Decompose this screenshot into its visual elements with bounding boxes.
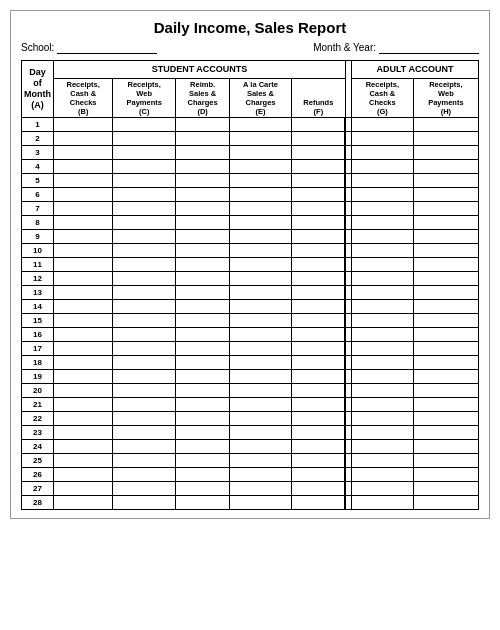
- data-cell[interactable]: [113, 355, 176, 369]
- data-cell[interactable]: [113, 369, 176, 383]
- data-cell[interactable]: [54, 173, 113, 187]
- data-cell[interactable]: [351, 145, 413, 159]
- data-cell[interactable]: [176, 411, 230, 425]
- data-cell[interactable]: [54, 243, 113, 257]
- data-cell[interactable]: [413, 173, 478, 187]
- data-cell[interactable]: [413, 383, 478, 397]
- data-cell[interactable]: [230, 327, 292, 341]
- data-cell[interactable]: [230, 145, 292, 159]
- data-cell[interactable]: [54, 495, 113, 509]
- data-cell[interactable]: [176, 369, 230, 383]
- month-year-input[interactable]: [379, 42, 479, 54]
- data-cell[interactable]: [230, 187, 292, 201]
- data-cell[interactable]: [230, 159, 292, 173]
- data-cell[interactable]: [176, 145, 230, 159]
- data-cell[interactable]: [413, 117, 478, 131]
- data-cell[interactable]: [230, 299, 292, 313]
- data-cell[interactable]: [113, 131, 176, 145]
- data-cell[interactable]: [291, 173, 345, 187]
- data-cell[interactable]: [113, 201, 176, 215]
- data-cell[interactable]: [413, 481, 478, 495]
- data-cell[interactable]: [230, 215, 292, 229]
- data-cell[interactable]: [113, 439, 176, 453]
- data-cell[interactable]: [351, 159, 413, 173]
- data-cell[interactable]: [176, 313, 230, 327]
- data-cell[interactable]: [351, 327, 413, 341]
- data-cell[interactable]: [291, 117, 345, 131]
- data-cell[interactable]: [230, 383, 292, 397]
- data-cell[interactable]: [413, 299, 478, 313]
- data-cell[interactable]: [113, 313, 176, 327]
- data-cell[interactable]: [176, 341, 230, 355]
- data-cell[interactable]: [351, 411, 413, 425]
- data-cell[interactable]: [291, 201, 345, 215]
- data-cell[interactable]: [54, 229, 113, 243]
- data-cell[interactable]: [413, 369, 478, 383]
- data-cell[interactable]: [113, 229, 176, 243]
- data-cell[interactable]: [291, 439, 345, 453]
- data-cell[interactable]: [176, 131, 230, 145]
- data-cell[interactable]: [351, 383, 413, 397]
- data-cell[interactable]: [291, 341, 345, 355]
- data-cell[interactable]: [230, 481, 292, 495]
- data-cell[interactable]: [113, 341, 176, 355]
- data-cell[interactable]: [54, 481, 113, 495]
- data-cell[interactable]: [54, 187, 113, 201]
- data-cell[interactable]: [351, 285, 413, 299]
- data-cell[interactable]: [291, 215, 345, 229]
- data-cell[interactable]: [351, 397, 413, 411]
- data-cell[interactable]: [113, 117, 176, 131]
- data-cell[interactable]: [291, 187, 345, 201]
- data-cell[interactable]: [291, 411, 345, 425]
- data-cell[interactable]: [176, 285, 230, 299]
- data-cell[interactable]: [113, 187, 176, 201]
- data-cell[interactable]: [230, 439, 292, 453]
- data-cell[interactable]: [230, 313, 292, 327]
- data-cell[interactable]: [230, 229, 292, 243]
- data-cell[interactable]: [113, 173, 176, 187]
- data-cell[interactable]: [230, 285, 292, 299]
- data-cell[interactable]: [176, 117, 230, 131]
- data-cell[interactable]: [351, 369, 413, 383]
- data-cell[interactable]: [113, 299, 176, 313]
- data-cell[interactable]: [291, 327, 345, 341]
- data-cell[interactable]: [176, 215, 230, 229]
- data-cell[interactable]: [413, 145, 478, 159]
- data-cell[interactable]: [230, 411, 292, 425]
- data-cell[interactable]: [413, 243, 478, 257]
- data-cell[interactable]: [176, 173, 230, 187]
- data-cell[interactable]: [291, 257, 345, 271]
- data-cell[interactable]: [291, 145, 345, 159]
- data-cell[interactable]: [351, 299, 413, 313]
- data-cell[interactable]: [54, 201, 113, 215]
- data-cell[interactable]: [176, 187, 230, 201]
- data-cell[interactable]: [230, 425, 292, 439]
- data-cell[interactable]: [176, 439, 230, 453]
- data-cell[interactable]: [176, 397, 230, 411]
- data-cell[interactable]: [351, 215, 413, 229]
- data-cell[interactable]: [230, 341, 292, 355]
- data-cell[interactable]: [54, 383, 113, 397]
- data-cell[interactable]: [413, 439, 478, 453]
- data-cell[interactable]: [413, 187, 478, 201]
- data-cell[interactable]: [230, 271, 292, 285]
- data-cell[interactable]: [176, 229, 230, 243]
- data-cell[interactable]: [291, 481, 345, 495]
- data-cell[interactable]: [230, 369, 292, 383]
- data-cell[interactable]: [351, 481, 413, 495]
- data-cell[interactable]: [413, 397, 478, 411]
- data-cell[interactable]: [54, 271, 113, 285]
- data-cell[interactable]: [413, 201, 478, 215]
- data-cell[interactable]: [351, 201, 413, 215]
- data-cell[interactable]: [291, 131, 345, 145]
- data-cell[interactable]: [113, 285, 176, 299]
- data-cell[interactable]: [176, 327, 230, 341]
- data-cell[interactable]: [176, 467, 230, 481]
- data-cell[interactable]: [176, 159, 230, 173]
- data-cell[interactable]: [113, 411, 176, 425]
- data-cell[interactable]: [413, 425, 478, 439]
- data-cell[interactable]: [230, 243, 292, 257]
- data-cell[interactable]: [230, 201, 292, 215]
- data-cell[interactable]: [413, 271, 478, 285]
- school-input[interactable]: [57, 42, 157, 54]
